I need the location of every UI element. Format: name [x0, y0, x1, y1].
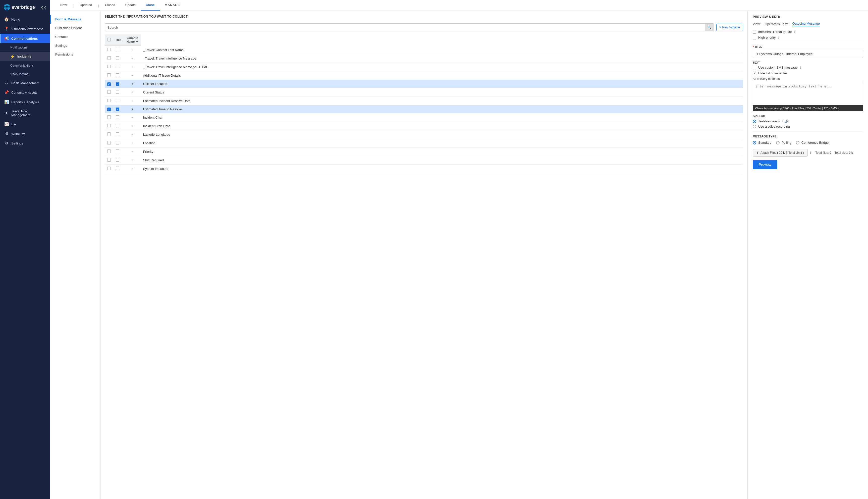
row-checkbox[interactable] — [116, 115, 119, 119]
preview-button[interactable]: Preview — [753, 160, 777, 169]
row-checkbox[interactable] — [116, 167, 119, 170]
tab-new[interactable]: New — [55, 0, 72, 11]
req-checkbox[interactable] — [107, 141, 111, 145]
req-checkbox[interactable] — [107, 124, 111, 127]
high-priority-checkbox[interactable] — [753, 36, 756, 39]
sidebar-item-home[interactable]: 🏠 Home — [0, 15, 50, 24]
req-checkbox[interactable] — [107, 90, 111, 94]
row-checkbox[interactable] — [116, 56, 119, 60]
step-form-message[interactable]: Form & Message — [50, 15, 100, 24]
req-checkbox[interactable] — [107, 56, 111, 60]
sidebar-item-incidents[interactable]: ⚡ Incidents — [0, 52, 50, 61]
req-checkbox[interactable] — [107, 99, 111, 102]
req-checkbox[interactable] — [107, 65, 111, 68]
row-checkbox[interactable] — [116, 48, 119, 51]
title-input[interactable] — [753, 50, 863, 58]
sidebar-item-label: Home — [11, 17, 20, 21]
conference-bridge-radio[interactable] — [796, 141, 799, 145]
row-checkbox[interactable] — [116, 124, 119, 127]
req-checkbox[interactable] — [107, 48, 111, 51]
row-checkbox[interactable] — [116, 90, 119, 94]
text-to-speech-radio[interactable] — [753, 120, 756, 123]
collapse-button[interactable]: ❮❮ — [41, 5, 47, 9]
row-checkbox[interactable] — [116, 65, 119, 68]
imminent-threat-checkbox[interactable] — [753, 30, 756, 34]
conference-bridge-row: Conference Bridge — [796, 141, 829, 145]
req-checkbox[interactable] — [107, 158, 111, 161]
attach-info-icon[interactable]: ℹ — [810, 151, 811, 155]
req-checkbox[interactable]: ✓ — [107, 108, 111, 111]
right-panel: PREVIEW & EDIT: View: Operator's Form Ou… — [747, 11, 868, 499]
tab-closed[interactable]: Closed — [100, 0, 120, 11]
custom-sms-checkbox[interactable] — [753, 66, 756, 69]
attach-files-button[interactable]: ⬆ Attach Files ( 20 MB Total Limit ) — [753, 149, 808, 157]
step-settings[interactable]: Settings — [50, 41, 100, 50]
char-info-icon[interactable]: ℹ — [838, 107, 839, 110]
high-priority-info-icon[interactable]: ℹ — [778, 36, 779, 39]
sidebar-item-ita[interactable]: 📈 ITA — [0, 119, 50, 129]
req-checkbox[interactable] — [107, 73, 111, 77]
steps-panel: Form & Message Publishing Options Contac… — [50, 11, 100, 499]
row-checkbox[interactable]: ✓ — [116, 108, 119, 111]
tab-update[interactable]: Update — [120, 0, 141, 11]
row-checkbox[interactable] — [116, 158, 119, 161]
voice-recording-radio[interactable] — [753, 125, 756, 129]
message-textarea[interactable] — [753, 82, 863, 104]
imminent-threat-info-icon[interactable]: ℹ — [794, 30, 795, 34]
step-publishing[interactable]: Publishing Options — [50, 24, 100, 33]
sidebar-item-label: Incidents — [17, 55, 31, 58]
polling-row: Polling — [776, 141, 791, 145]
header-req: Req — [113, 34, 124, 46]
req-checkbox[interactable]: ✓ — [107, 82, 111, 86]
sidebar-item-crisis-management[interactable]: 🛡 Crisis Management — [0, 78, 50, 88]
table-row: +Estimated Incident Resolve Date — [105, 97, 743, 105]
row-checkbox[interactable] — [116, 141, 119, 145]
hide-variables-checkbox[interactable]: ✓ — [753, 72, 756, 75]
delivery-label: All delivery methods — [753, 77, 863, 81]
reports-icon: 📊 — [4, 100, 9, 104]
req-checkbox[interactable] — [107, 167, 111, 170]
search-button[interactable]: 🔍 — [705, 24, 714, 31]
search-input[interactable] — [105, 24, 705, 31]
step-contacts[interactable]: Contacts — [50, 33, 100, 41]
req-checkbox[interactable] — [107, 149, 111, 153]
sidebar-item-contacts-assets[interactable]: 📌 Contacts + Assets — [0, 88, 50, 97]
speech-info-icon[interactable]: ℹ — [782, 120, 783, 123]
tab-manage[interactable]: MANAGE — [160, 0, 185, 11]
tab-close[interactable]: Close — [141, 0, 160, 11]
row-checkbox[interactable] — [116, 73, 119, 77]
select-all-checkbox[interactable] — [107, 38, 111, 41]
header-checkbox[interactable] — [105, 34, 113, 46]
row-checkbox[interactable] — [116, 99, 119, 102]
row-checkbox[interactable] — [116, 149, 119, 153]
polling-radio[interactable] — [776, 141, 780, 145]
sidebar-item-snapcomms[interactable]: SnapComms — [0, 70, 50, 78]
custom-sms-info-icon[interactable]: ℹ — [800, 66, 801, 69]
variable-name-label: Priority — [141, 147, 743, 156]
req-checkbox[interactable] — [107, 115, 111, 119]
variable-table: Req Variable Name ✦ +_Travel: Contact La… — [105, 34, 743, 173]
row-checkbox[interactable]: ✓ — [116, 82, 119, 86]
sidebar-item-communications[interactable]: 📢 Communications — [0, 34, 50, 43]
req-checkbox[interactable] — [107, 132, 111, 136]
sidebar-item-workflow[interactable]: ⚙ Workflow — [0, 129, 50, 138]
view-operators-form[interactable]: Operator's Form — [765, 22, 789, 26]
plus-icon[interactable]: + — [124, 80, 141, 88]
sidebar-item-label: Contacts + Assets — [11, 91, 37, 95]
variable-name-label: _Travel: Travel Intelligence Message — [141, 54, 743, 63]
plus-icon[interactable]: + — [124, 105, 141, 113]
standard-radio[interactable] — [753, 141, 756, 145]
tab-updated[interactable]: Updated — [75, 0, 97, 11]
row-checkbox[interactable] — [116, 132, 119, 136]
sidebar-item-notifications[interactable]: Notifications — [0, 43, 50, 52]
new-variable-button[interactable]: + New Variable — [716, 24, 743, 31]
view-outgoing-message[interactable]: Outgoing Message — [792, 22, 820, 26]
sidebar-item-travel-risk[interactable]: ✈ Travel Risk Management — [0, 107, 50, 119]
plus-icon: + — [124, 97, 141, 105]
step-permissions[interactable]: Permissions — [50, 50, 100, 59]
sidebar-item-settings[interactable]: ⚙ Settings — [0, 138, 50, 148]
sidebar-item-reports-analytics[interactable]: 📊 Reports + Analytics — [0, 97, 50, 107]
sidebar-item-situational-awareness[interactable]: 📍 Situational Awareness — [0, 24, 50, 34]
sidebar-item-communications-sub[interactable]: Communications — [0, 61, 50, 70]
imminent-threat-label: Imminent Threat to Life — [758, 30, 792, 34]
